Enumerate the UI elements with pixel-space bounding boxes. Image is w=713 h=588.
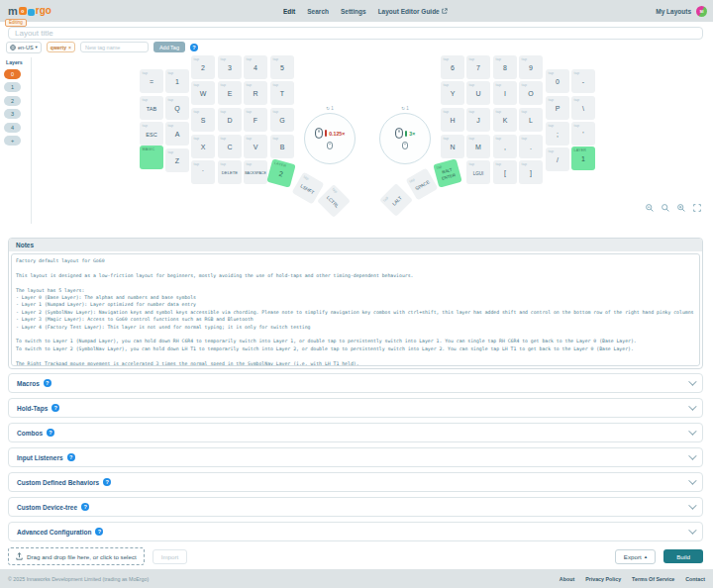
key-behavior-label: tap: [168, 150, 174, 154]
help-icon[interactable]: ?: [44, 379, 51, 387]
notes-textarea[interactable]: Factory default layout for Go60 This lay…: [11, 253, 700, 366]
key-e[interactable]: tapE: [218, 81, 242, 105]
key-z[interactable]: tapZ: [165, 148, 189, 172]
key-delete[interactable]: tapDELETE: [218, 160, 242, 184]
help-icon[interactable]: ?: [47, 429, 54, 437]
key-i[interactable]: tapI: [493, 81, 517, 105]
section-title: Combos: [17, 430, 43, 437]
file-dropzone[interactable]: Drag and drop file here, or click to sel…: [8, 547, 145, 565]
help-icon[interactable]: ?: [67, 453, 75, 461]
key-ralt[interactable]: tapRALTENTER: [433, 158, 461, 187]
key-u[interactable]: tapU: [466, 81, 490, 105]
section-macros[interactable]: Macros?: [8, 373, 703, 393]
key-n[interactable]: tapN: [441, 135, 464, 158]
export-button[interactable]: Export ▴: [615, 549, 656, 564]
key-tab[interactable]: tapTAB: [140, 96, 163, 120]
key-9[interactable]: tap9: [519, 55, 543, 79]
key-7[interactable]: tap7: [466, 55, 490, 79]
footer-link-about[interactable]: About: [560, 576, 574, 582]
key-behavior-label: tap: [574, 124, 580, 128]
right-trackpad[interactable]: ↻ 1 3×: [379, 113, 431, 164]
fullscreen-icon[interactable]: [693, 204, 701, 212]
footer-link-contact[interactable]: Contact: [685, 576, 705, 582]
key-sym[interactable]: tap[: [493, 160, 517, 184]
key-1[interactable]: tap1: [165, 69, 189, 93]
key-2[interactable]: tap2: [191, 55, 215, 79]
key-1[interactable]: LAYER1: [571, 147, 595, 170]
key-g[interactable]: tapG: [270, 108, 294, 132]
key-space[interactable]: tapSPACE: [406, 168, 439, 201]
key-backspace[interactable]: tapBACKSPACE: [244, 160, 267, 184]
key-sym[interactable]: tap;: [546, 122, 569, 146]
zoom-in-icon[interactable]: [677, 204, 685, 212]
footer-link-privacy-policy[interactable]: Privacy Policy: [585, 576, 621, 582]
key-f[interactable]: tapF: [244, 108, 267, 132]
help-icon[interactable]: ?: [51, 404, 59, 412]
key-4[interactable]: tap4: [244, 55, 267, 79]
key-0[interactable]: tap0: [546, 69, 569, 93]
key-d[interactable]: tapD: [218, 108, 242, 132]
section-advanced-configuration[interactable]: Advanced Configuration?: [8, 522, 703, 541]
key-behavior-label: tap: [436, 164, 442, 169]
key-sym[interactable]: tap`: [191, 160, 215, 184]
zoom-out-icon[interactable]: [646, 204, 654, 212]
key-sym[interactable]: tap,: [493, 135, 517, 158]
key-p[interactable]: tapP: [546, 96, 569, 120]
key-m[interactable]: tapM: [466, 135, 490, 158]
key-r[interactable]: tapR: [244, 81, 267, 105]
key-j[interactable]: tapJ: [466, 108, 490, 132]
key-sym[interactable]: tap]: [519, 160, 543, 184]
import-button[interactable]: Import: [153, 549, 188, 564]
key-s[interactable]: tapS: [191, 108, 215, 132]
key-label: LGUI: [473, 171, 484, 176]
key-t[interactable]: tapT: [270, 81, 294, 105]
key-8[interactable]: tap8: [493, 55, 517, 79]
key-sym[interactable]: tap=: [140, 69, 163, 93]
zoom-reset-icon[interactable]: [662, 204, 669, 212]
key-magic[interactable]: MAGIC: [140, 146, 163, 169]
key-v[interactable]: tapV: [244, 135, 267, 158]
footer-link-terms-of-service[interactable]: Terms Of Service: [632, 576, 674, 582]
help-icon[interactable]: ?: [103, 478, 111, 486]
key-y[interactable]: tapY: [441, 81, 464, 105]
key-a[interactable]: tapA: [165, 122, 189, 146]
notes-text: Factory default layout for Go60 This lay…: [12, 254, 699, 366]
key-b[interactable]: tapB: [270, 135, 294, 158]
key-lalt[interactable]: tapLALT: [379, 183, 413, 217]
key-lgui[interactable]: tapLGUI: [466, 160, 490, 184]
key-w[interactable]: tapW: [191, 81, 215, 105]
left-trackpad[interactable]: ↻ 1 0.125×: [304, 113, 356, 164]
section-hold-taps[interactable]: Hold-Taps?: [8, 398, 703, 418]
key-c[interactable]: tapC: [218, 135, 242, 158]
section-custom-defined-behaviors[interactable]: Custom Defined Behaviors?: [8, 472, 703, 492]
key-sym[interactable]: tap.: [519, 135, 543, 158]
key-2[interactable]: LAYER2: [266, 158, 295, 187]
key-behavior-label: tap: [469, 162, 475, 166]
key-sym[interactable]: tap/: [546, 147, 569, 171]
key-h[interactable]: tapH: [441, 108, 464, 132]
section-combos[interactable]: Combos?: [8, 423, 703, 442]
key-sym[interactable]: tap-: [571, 69, 595, 93]
key-lctrl[interactable]: tapLCTRL: [317, 184, 351, 218]
key-label: 1: [581, 155, 585, 163]
key-x[interactable]: tapX: [191, 135, 215, 158]
key-k[interactable]: tapK: [493, 108, 517, 132]
key-sym[interactable]: tap\: [571, 96, 595, 120]
help-icon[interactable]: ?: [81, 503, 89, 511]
key-behavior-label: tap: [382, 195, 389, 202]
key-5[interactable]: tap5: [270, 55, 294, 79]
help-icon[interactable]: ?: [95, 528, 103, 536]
key-label: K: [503, 117, 508, 125]
key-o[interactable]: tapO: [519, 81, 543, 105]
key-sym[interactable]: tap': [571, 122, 595, 146]
key-esc[interactable]: tapESC: [140, 122, 163, 146]
key-label: 5: [280, 64, 284, 72]
key-q[interactable]: tapQ: [165, 96, 189, 120]
key-3[interactable]: tap3: [218, 55, 242, 79]
key-l[interactable]: tapL: [519, 108, 543, 132]
build-button[interactable]: Build: [663, 549, 703, 563]
section-custom-device-tree[interactable]: Custom Device-tree?: [8, 497, 703, 517]
section-input-listeners[interactable]: Input Listeners?: [8, 447, 703, 467]
key-6[interactable]: tap6: [441, 55, 464, 79]
key-label: =: [150, 78, 153, 86]
